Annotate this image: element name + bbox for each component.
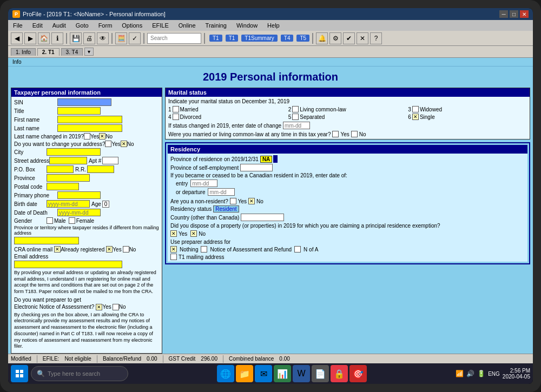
married-checkbox[interactable] bbox=[173, 106, 179, 112]
last-name-changed-no-checkbox[interactable]: ✕ bbox=[99, 133, 105, 139]
menu-edit[interactable]: Edit bbox=[30, 22, 45, 29]
single-checkbox[interactable]: ✕ bbox=[412, 114, 419, 120]
address-yes-checkbox[interactable] bbox=[105, 141, 111, 147]
toolbar-btn-2[interactable]: ▶ bbox=[24, 32, 36, 44]
electronic-no-checkbox[interactable] bbox=[113, 304, 119, 310]
title-input[interactable] bbox=[57, 107, 101, 115]
mailing-checkbox[interactable] bbox=[170, 254, 177, 260]
taskbar-app-red2[interactable]: 🎯 bbox=[349, 365, 367, 382]
apt-input[interactable] bbox=[102, 157, 118, 164]
dispose-no-checkbox[interactable]: ✕ bbox=[190, 230, 197, 237]
electronic-yes-checkbox[interactable]: ✕ bbox=[96, 304, 102, 310]
already-registered-checkbox[interactable]: ✕ bbox=[54, 246, 61, 253]
marital-6-num: 6 bbox=[408, 114, 411, 120]
province-input[interactable] bbox=[47, 174, 90, 182]
separated-checkbox[interactable] bbox=[292, 114, 299, 120]
nothing-checkbox[interactable]: ✕ bbox=[170, 246, 177, 253]
phone-input[interactable] bbox=[57, 191, 101, 199]
menu-file[interactable]: File bbox=[11, 22, 25, 29]
non-resident-yes-checkbox[interactable] bbox=[230, 198, 236, 204]
gst-value: 296.00 bbox=[201, 356, 217, 362]
dispose-yes-checkbox[interactable]: ✕ bbox=[170, 230, 177, 237]
sin-input[interactable] bbox=[57, 98, 111, 106]
toolbar-check2[interactable]: ✔ bbox=[343, 32, 355, 44]
taskbar-app-pdf[interactable]: 📄 bbox=[312, 365, 329, 382]
non-resident-no-checkbox[interactable]: ✕ bbox=[248, 198, 255, 204]
toolbar-btn-calc[interactable]: 🧮 bbox=[115, 32, 127, 44]
taskbar-app-red[interactable]: 🔒 bbox=[331, 365, 348, 382]
rr-input[interactable] bbox=[87, 165, 114, 173]
window-title: ProFile - [2019 T1: <NoName> - Personal … bbox=[23, 11, 166, 17]
menu-efile[interactable]: EFILE bbox=[150, 22, 171, 29]
taskbar-app-mail[interactable]: ✉ bbox=[255, 365, 272, 382]
dispose-question: Did you dispose of a property (or proper… bbox=[170, 222, 525, 229]
toolbar-btn-preview[interactable]: 👁 bbox=[97, 32, 109, 44]
toolbar-t1summary-label: T1Summary bbox=[241, 35, 277, 42]
menu-goto[interactable]: Goto bbox=[74, 22, 91, 29]
taskbar-app-edge[interactable]: 🌐 bbox=[217, 365, 234, 382]
start-button[interactable] bbox=[11, 365, 28, 382]
tab-t1[interactable]: 2. T1 bbox=[37, 48, 60, 56]
common-law-checkbox[interactable] bbox=[292, 106, 299, 112]
address-no-checkbox[interactable]: ✕ bbox=[121, 141, 127, 147]
toolbar-question[interactable]: ? bbox=[370, 32, 382, 44]
country-input[interactable] bbox=[241, 214, 284, 221]
tab-info[interactable]: 1. Info bbox=[11, 48, 36, 56]
toolbar-bell[interactable]: 🔔 bbox=[316, 32, 328, 44]
notice-checkbox[interactable] bbox=[201, 246, 207, 253]
menu-options[interactable]: Options bbox=[120, 22, 144, 29]
email-input[interactable] bbox=[14, 261, 122, 268]
minimize-button[interactable]: ─ bbox=[499, 10, 508, 18]
toolbar-btn-save[interactable]: 💾 bbox=[70, 32, 82, 44]
close-button[interactable]: ✕ bbox=[520, 10, 529, 18]
menu-help[interactable]: Help bbox=[265, 22, 282, 29]
entry-input[interactable] bbox=[190, 180, 217, 187]
self-employment-input[interactable] bbox=[240, 164, 273, 171]
taskbar-app-folder[interactable]: 📁 bbox=[236, 365, 253, 382]
widowed-checkbox[interactable] bbox=[412, 106, 419, 112]
cra-yes-checkbox[interactable]: ✕ bbox=[106, 246, 113, 253]
toolbar-btn-info[interactable]: ℹ bbox=[51, 32, 63, 44]
married-q-no-checkbox[interactable] bbox=[351, 131, 358, 137]
departure-input[interactable] bbox=[208, 188, 235, 196]
divorced-checkbox[interactable] bbox=[173, 114, 179, 120]
death-date-input[interactable] bbox=[57, 209, 101, 216]
toolbar-x[interactable]: ✕ bbox=[357, 32, 368, 44]
street-input[interactable] bbox=[49, 157, 87, 164]
toolbar-btn-home[interactable]: 🏠 bbox=[38, 32, 50, 44]
married-q-yes-checkbox[interactable] bbox=[332, 131, 339, 137]
taskbar-app-excel[interactable]: 📊 bbox=[274, 365, 291, 382]
province-scroll-btn[interactable] bbox=[273, 155, 278, 163]
last-name-input[interactable] bbox=[57, 124, 122, 132]
dispose-no-label: No bbox=[199, 231, 206, 237]
po-box-input[interactable] bbox=[47, 165, 74, 173]
province-different-input[interactable] bbox=[14, 237, 79, 244]
status-changed-date-input[interactable] bbox=[283, 122, 310, 129]
postal-code-input[interactable] bbox=[47, 183, 79, 190]
male-checkbox[interactable] bbox=[47, 217, 53, 224]
toolbar-btn-check[interactable]: ✓ bbox=[129, 32, 141, 44]
last-name-changed-yes-checkbox[interactable] bbox=[84, 133, 90, 139]
birth-date-input[interactable] bbox=[47, 200, 90, 208]
toolbar-btn-1[interactable]: ◀ bbox=[11, 32, 23, 44]
search-input[interactable] bbox=[147, 33, 201, 44]
menu-audit[interactable]: Audit bbox=[50, 22, 68, 29]
menu-window[interactable]: Window bbox=[234, 22, 260, 29]
maximize-button[interactable]: □ bbox=[510, 10, 518, 18]
tab-add[interactable]: ▾ bbox=[84, 48, 94, 56]
svg-rect-1 bbox=[20, 370, 23, 373]
menu-training[interactable]: Training bbox=[203, 22, 229, 29]
first-name-input[interactable] bbox=[57, 116, 122, 123]
taskbar-search[interactable]: 🔍 Type here to search bbox=[31, 366, 128, 381]
toolbar-btn-print[interactable]: 🖨 bbox=[83, 32, 95, 44]
toolbar-gear[interactable]: ⚙ bbox=[329, 32, 341, 44]
cra-no-checkbox[interactable] bbox=[123, 246, 129, 253]
tab-t4[interactable]: 3. T4 bbox=[61, 48, 83, 56]
menu-form[interactable]: Form bbox=[96, 22, 115, 29]
taskbar-app-word[interactable]: W bbox=[293, 365, 310, 382]
non-resident-question: Are you a non-resident? bbox=[170, 198, 228, 204]
female-checkbox[interactable] bbox=[69, 217, 75, 224]
menu-online[interactable]: Online bbox=[176, 22, 198, 29]
noa-checkbox[interactable] bbox=[294, 246, 301, 253]
city-input[interactable] bbox=[47, 148, 101, 156]
